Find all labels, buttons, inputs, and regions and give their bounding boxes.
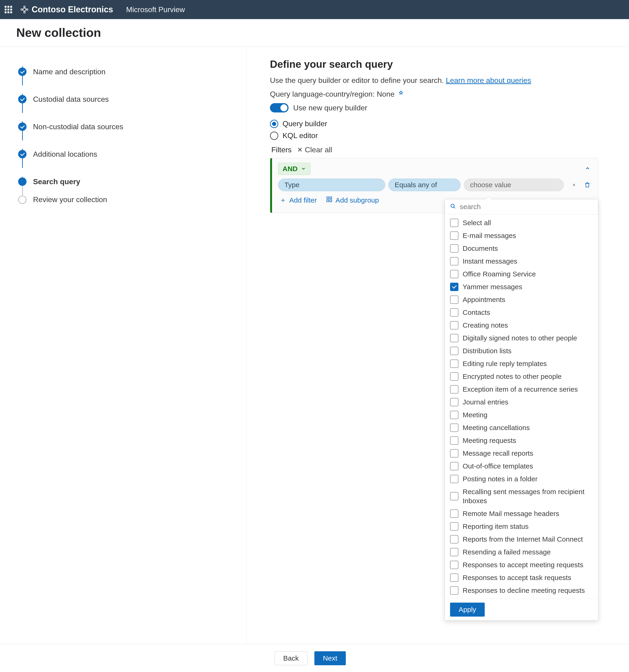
checkbox-icon	[450, 334, 458, 342]
locale-label: Query language-country/region:	[270, 90, 377, 98]
dropdown-option[interactable]: Exception item of a recurrence series	[445, 383, 598, 395]
filter-operator-pill[interactable]: Equals any of	[388, 178, 460, 191]
dropdown-option[interactable]: Distribution lists	[445, 344, 598, 357]
group-operator-chip[interactable]: AND	[278, 163, 310, 175]
new-builder-toggle-row: Use new query builder	[270, 103, 620, 113]
dropdown-option[interactable]: Office Roaming Service	[445, 267, 598, 280]
dropdown-option[interactable]: Digitally signed notes to other people	[445, 332, 598, 344]
dropdown-option[interactable]: Yammer messages	[445, 280, 598, 293]
dropdown-option[interactable]: Documents	[445, 242, 598, 255]
dropdown-option[interactable]: Select all	[445, 216, 598, 229]
back-button[interactable]: Back	[275, 651, 307, 665]
locale-value: None	[377, 90, 395, 98]
dropdown-option[interactable]: Message recall reports	[445, 447, 598, 460]
collapse-group-icon[interactable]	[585, 165, 590, 173]
filter-row: Type Equals any of choose value ✕	[278, 178, 592, 191]
filter-field-label: Type	[284, 181, 300, 189]
dropdown-option[interactable]: Editing rule reply templates	[445, 357, 598, 370]
filters-toolbar: Filters ✕ Clear all	[271, 146, 620, 154]
apply-button[interactable]: Apply	[450, 603, 485, 617]
option-label: Editing rule reply templates	[462, 359, 547, 368]
dropdown-option[interactable]: Meeting cancellations	[445, 421, 598, 434]
flyout-options-list[interactable]: Select allE-mail messagesDocumentsInstan…	[445, 214, 598, 599]
wizard-step[interactable]: Review your collection	[18, 195, 247, 204]
radio-query-builder[interactable]: Query builder	[270, 119, 620, 128]
svg-rect-8	[330, 200, 332, 202]
dropdown-option[interactable]: E-mail messages	[445, 229, 598, 242]
dropdown-option[interactable]: Meeting	[445, 408, 598, 421]
subtitle-text: Use the query builder or editor to defin…	[270, 76, 446, 85]
learn-more-link[interactable]: Learn more about queries	[446, 76, 531, 85]
flyout-search-input[interactable]	[459, 202, 593, 211]
dropdown-option[interactable]: Remote Mail message headers	[445, 507, 598, 520]
checkbox-icon	[450, 522, 458, 531]
dropdown-option[interactable]: Reports from the Internet Mail Connect	[445, 533, 598, 546]
org-logo-icon	[21, 6, 28, 14]
editor-mode-radio-group: Query builder KQL editor	[270, 119, 620, 140]
group-accent-strip	[270, 158, 272, 213]
checkbox-icon	[450, 372, 458, 381]
value-dropdown-flyout: Select allE-mail messagesDocumentsInstan…	[445, 199, 598, 621]
delete-row-icon[interactable]	[583, 181, 592, 189]
option-label: Meeting cancellations	[462, 423, 530, 432]
dropdown-option[interactable]: Responses to accept meeting requests	[445, 558, 598, 571]
step-label: Name and description	[33, 68, 105, 76]
svg-rect-5	[327, 197, 329, 199]
dropdown-option[interactable]: Encrypted notes to other people	[445, 370, 598, 383]
option-label: Recalling sent messages from recipient I…	[462, 487, 593, 505]
dropdown-option[interactable]: Posting notes in a folder	[445, 473, 598, 485]
dropdown-option[interactable]: Responses to decline meeting requests	[445, 584, 598, 597]
clear-all-label: Clear all	[305, 146, 332, 154]
dropdown-option[interactable]: Responses to accept task requests	[445, 571, 598, 584]
svg-point-4	[26, 9, 28, 10]
checkbox-icon	[450, 385, 458, 393]
checkbox-icon	[450, 574, 458, 582]
wizard-step[interactable]: Additional locations	[18, 140, 247, 168]
dropdown-option[interactable]: Creating notes	[445, 319, 598, 332]
option-label: Remote Mail message headers	[462, 509, 559, 518]
checkbox-icon	[450, 492, 458, 500]
add-subgroup-button[interactable]: Add subgroup	[326, 196, 379, 204]
filter-value-pill[interactable]: choose value	[464, 178, 564, 191]
dropdown-option[interactable]: Instant messages	[445, 255, 598, 267]
checkbox-icon	[450, 462, 458, 470]
option-label: Responses to accept meeting requests	[462, 560, 583, 569]
dropdown-option[interactable]: Out-of-office templates	[445, 460, 598, 473]
dropdown-option[interactable]: Appointments	[445, 293, 598, 306]
radio-icon	[270, 120, 278, 128]
step-dot-icon	[18, 150, 27, 158]
wizard-step[interactable]: Name and description	[18, 58, 247, 86]
radio-kql-editor[interactable]: KQL editor	[270, 131, 620, 140]
option-label: Distribution lists	[462, 346, 511, 355]
dropdown-option[interactable]: Recalling sent messages from recipient I…	[445, 485, 598, 507]
dropdown-option[interactable]: Meeting requests	[445, 434, 598, 447]
next-button[interactable]: Next	[314, 651, 346, 665]
checkbox-icon	[450, 424, 458, 432]
add-filter-button[interactable]: ＋ Add filter	[279, 195, 317, 205]
dropdown-option[interactable]: Contacts	[445, 306, 598, 319]
wizard-step[interactable]: Non-custodial data sources	[18, 113, 247, 140]
dropdown-option[interactable]: Resending a failed message	[445, 546, 598, 558]
option-label: Out-of-office templates	[462, 461, 533, 471]
filter-field-pill[interactable]: Type	[278, 178, 385, 191]
dropdown-option[interactable]: Journal entries	[445, 395, 598, 408]
app-launcher-icon[interactable]	[5, 6, 12, 13]
use-new-builder-toggle[interactable]	[270, 103, 288, 113]
wizard-steps-sidebar: Name and descriptionCustodial data sourc…	[0, 47, 247, 645]
option-label: Select all	[462, 218, 491, 227]
radio-icon	[270, 131, 278, 140]
checkbox-icon	[450, 295, 458, 304]
wizard-step[interactable]: Custodial data sources	[18, 86, 247, 113]
dropdown-option[interactable]: Reporting item status	[445, 520, 598, 533]
radio-label: Query builder	[282, 119, 327, 128]
clear-value-icon[interactable]: ✕	[570, 181, 578, 189]
option-label: Message recall reports	[462, 449, 533, 458]
wizard-footer: Back Next	[0, 644, 629, 672]
option-label: Instant messages	[462, 257, 517, 266]
edit-locale-icon[interactable]	[398, 90, 404, 98]
plus-icon: ＋	[279, 195, 286, 205]
clear-all-button[interactable]: ✕ Clear all	[297, 146, 332, 154]
wizard-step[interactable]: Search query	[18, 168, 247, 195]
option-label: Exception item of a recurrence series	[462, 385, 578, 394]
svg-rect-6	[330, 197, 332, 199]
